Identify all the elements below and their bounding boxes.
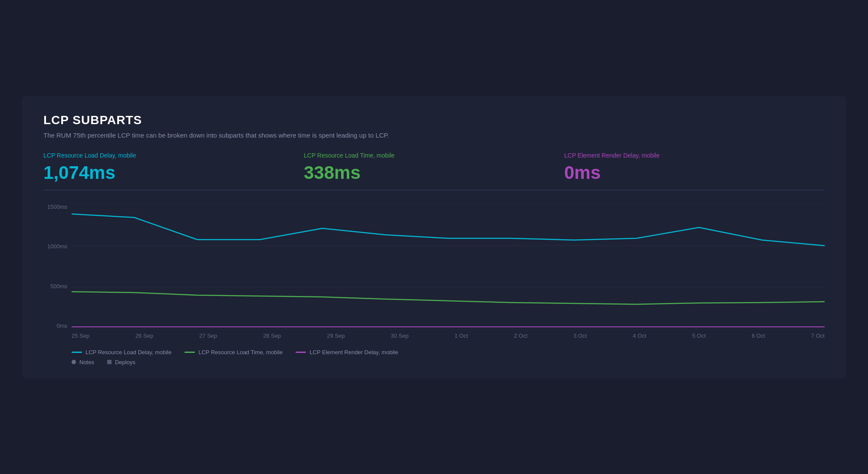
x-label-7oct: 7 Oct xyxy=(811,332,825,339)
metric-load-time-label: LCP Resource Load Time, mobile xyxy=(304,152,564,159)
y-axis: 1500ms 1000ms 500ms 0ms xyxy=(43,204,72,329)
metric-load-delay-label: LCP Resource Load Delay, mobile xyxy=(43,152,304,159)
legend-item-load-time: LCP Resource Load Time, mobile xyxy=(184,349,283,356)
x-label-4oct: 4 Oct xyxy=(633,332,646,339)
metric-render-delay-value: 0ms xyxy=(564,162,825,183)
legend-dot-notes xyxy=(72,360,76,364)
x-label-3oct: 3 Oct xyxy=(573,332,587,339)
legend-label-render-delay: LCP Element Render Delay, mobile xyxy=(309,349,398,356)
y-label-1000: 1000ms xyxy=(47,243,67,250)
x-axis: 25 Sep 26 Sep 27 Sep 28 Sep 29 Sep 30 Se… xyxy=(72,329,825,342)
metric-render-delay: LCP Element Render Delay, mobile 0ms xyxy=(564,152,825,191)
page-subtitle: The RUM 75th percentile LCP time can be … xyxy=(43,132,825,139)
x-label-6oct: 6 Oct xyxy=(752,332,765,339)
legend-square-deploys xyxy=(107,360,112,364)
legend-item-notes: Notes xyxy=(72,359,94,365)
x-label-28sep: 28 Sep xyxy=(263,332,281,339)
metric-render-delay-label: LCP Element Render Delay, mobile xyxy=(564,152,825,159)
legend-item-deploys: Deploys xyxy=(107,359,135,365)
metric-load-delay-value: 1,074ms xyxy=(43,162,304,183)
legend-line-green xyxy=(184,352,195,353)
metric-load-delay: LCP Resource Load Delay, mobile 1,074ms xyxy=(43,152,304,191)
legend-label-notes: Notes xyxy=(79,359,94,365)
y-label-1500: 1500ms xyxy=(47,204,67,210)
legend-label-load-time: LCP Resource Load Time, mobile xyxy=(198,349,283,356)
metric-load-time-value: 338ms xyxy=(304,162,564,183)
x-label-1oct: 1 Oct xyxy=(454,332,468,339)
x-label-2oct: 2 Oct xyxy=(514,332,527,339)
chart-legend: LCP Resource Load Delay, mobile LCP Reso… xyxy=(43,349,825,365)
green-line xyxy=(72,292,825,304)
x-labels: 25 Sep 26 Sep 27 Sep 28 Sep 29 Sep 30 Se… xyxy=(72,332,825,339)
metric-load-time: LCP Resource Load Time, mobile 338ms xyxy=(304,152,564,191)
x-label-26sep: 26 Sep xyxy=(135,332,153,339)
legend-item-render-delay: LCP Element Render Delay, mobile xyxy=(296,349,398,356)
legend-line-purple xyxy=(296,352,306,353)
x-label-25sep: 25 Sep xyxy=(72,332,89,339)
legend-label-deploys: Deploys xyxy=(115,359,135,365)
metrics-row: LCP Resource Load Delay, mobile 1,074ms … xyxy=(43,152,825,191)
x-label-30sep: 30 Sep xyxy=(391,332,408,339)
legend-label-load-delay: LCP Resource Load Delay, mobile xyxy=(85,349,171,356)
legend-line-blue xyxy=(72,352,82,353)
x-label-29sep: 29 Sep xyxy=(327,332,345,339)
blue-line xyxy=(72,214,825,246)
x-label-27sep: 27 Sep xyxy=(199,332,217,339)
y-label-0: 0ms xyxy=(56,323,67,329)
chart-svg-container xyxy=(72,204,825,329)
page-title: LCP SUBPARTS xyxy=(43,113,825,127)
y-label-500: 500ms xyxy=(50,283,67,290)
lcp-subparts-card: LCP SUBPARTS The RUM 75th percentile LCP… xyxy=(22,96,846,379)
chart-svg xyxy=(72,204,825,329)
chart-area: 1500ms 1000ms 500ms 0ms xyxy=(43,204,825,342)
x-label-5oct: 5 Oct xyxy=(692,332,706,339)
legend-item-load-delay: LCP Resource Load Delay, mobile xyxy=(72,349,171,356)
